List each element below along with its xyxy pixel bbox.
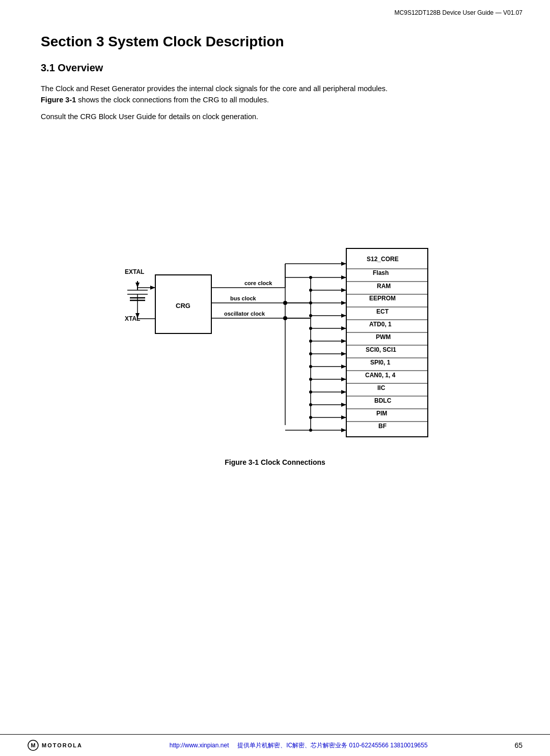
iic-label: IIC	[377, 384, 386, 391]
svg-marker-27	[341, 275, 346, 279]
figure-caption: Figure 3-1 Clock Connections	[41, 458, 509, 466]
flash-label: Flash	[373, 269, 389, 276]
s12core-label: S12_CORE	[367, 256, 399, 263]
main-content: Section 3 System Clock Description 3.1 O…	[0, 19, 550, 487]
para1-rest: shows the clock connections from the CRG…	[76, 96, 269, 104]
svg-marker-33	[341, 301, 346, 305]
body-paragraph-2: Consult the CRG Block User Guide for det…	[41, 111, 509, 122]
svg-point-70	[309, 314, 312, 317]
svg-marker-30	[341, 288, 346, 292]
svg-text:M: M	[31, 742, 35, 748]
svg-marker-36	[341, 314, 346, 318]
svg-point-72	[309, 340, 312, 343]
extal-label: EXTAL	[125, 268, 144, 275]
para1-text: The Clock and Reset Generator provides t…	[41, 85, 388, 93]
pwm-label: PWM	[376, 333, 391, 341]
crg-label: CRG	[176, 302, 190, 310]
svg-point-75	[309, 378, 312, 381]
svg-marker-63	[341, 428, 346, 432]
subsection-title: 3.1 Overview	[41, 62, 509, 74]
footer-url[interactable]: http://www.xinpian.net	[170, 742, 229, 749]
svg-marker-54	[341, 390, 346, 394]
footer-logo-area: M MOTOROLA	[28, 740, 82, 751]
motorola-logo-text: MOTOROLA	[42, 742, 82, 748]
eeprom-label: EEPROM	[369, 295, 396, 302]
svg-marker-45	[341, 352, 346, 356]
ram-label: RAM	[377, 283, 391, 290]
svg-point-71	[309, 327, 312, 330]
pim-label: PIM	[376, 410, 387, 417]
svg-marker-17	[341, 262, 346, 266]
svg-marker-12	[150, 286, 155, 290]
spi-label: SPI0, 1	[370, 359, 391, 366]
section-title: Section 3 System Clock Description	[41, 34, 509, 50]
atd-label: ATD0, 1	[369, 321, 392, 328]
svg-point-76	[309, 390, 312, 394]
svg-marker-42	[341, 339, 346, 343]
sci-label: SCI0, SCI1	[366, 346, 396, 353]
svg-point-74	[309, 365, 312, 368]
bf-label: BF	[378, 423, 387, 430]
clock-diagram: EXTAL XTAL CRG	[97, 137, 453, 453]
figure-container: EXTAL XTAL CRG	[41, 137, 509, 453]
core-clock-label: core clock	[244, 280, 272, 286]
header-title: MC9S12DT128B Device User Guide — V01.07	[395, 9, 522, 16]
footer-links[interactable]: http://www.xinpian.net 提供单片机解密、IC解密、芯片解密…	[82, 741, 514, 750]
svg-point-77	[309, 403, 312, 406]
svg-marker-60	[341, 415, 346, 419]
svg-point-73	[309, 352, 312, 355]
motorola-icon: M	[28, 740, 39, 751]
svg-marker-48	[341, 365, 346, 369]
footer-link-text[interactable]: 提供单片机解密、IC解密、芯片解密业务 010-62245566 1381001…	[237, 742, 428, 749]
body-paragraph-1: The Clock and Reset Generator provides t…	[41, 83, 509, 106]
svg-marker-51	[341, 377, 346, 381]
bus-clock-label: bus clock	[230, 295, 257, 301]
ect-label: ECT	[376, 308, 389, 315]
figure-ref-bold: Figure 3-1	[41, 96, 76, 104]
svg-marker-39	[341, 326, 346, 330]
page-number: 65	[514, 741, 522, 749]
svg-point-68	[309, 289, 312, 292]
svg-marker-57	[341, 403, 346, 407]
svg-point-69	[309, 301, 312, 304]
page-footer: M MOTOROLA http://www.xinpian.net 提供单片机解…	[0, 734, 550, 756]
osc-clock-label: oscillator clock	[224, 311, 265, 317]
page-header: MC9S12DT128B Device User Guide — V01.07	[0, 0, 550, 19]
svg-point-78	[309, 416, 312, 419]
bdlc-label: BDLC	[374, 397, 392, 404]
can-label: CAN0, 1, 4	[365, 372, 396, 379]
